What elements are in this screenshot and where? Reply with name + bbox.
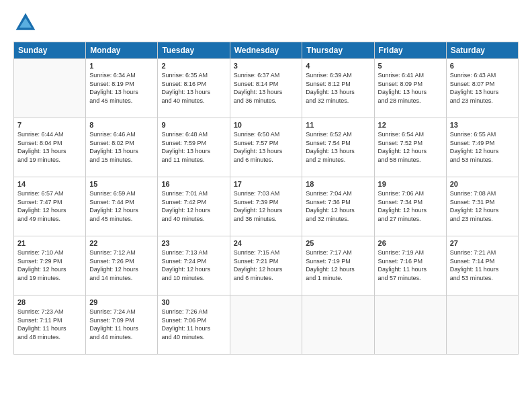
calendar-cell bbox=[302, 295, 374, 355]
day-info: Sunrise: 6:39 AM Sunset: 8:12 PM Dayligh… bbox=[306, 71, 370, 105]
day-number: 6 bbox=[450, 62, 515, 70]
day-info: Sunrise: 7:13 AM Sunset: 7:24 PM Dayligh… bbox=[161, 248, 226, 282]
calendar-cell: 1Sunrise: 6:34 AM Sunset: 8:19 PM Daylig… bbox=[86, 59, 158, 118]
day-info: Sunrise: 6:50 AM Sunset: 7:57 PM Dayligh… bbox=[234, 130, 299, 164]
day-number: 25 bbox=[306, 239, 370, 247]
column-header-monday: Monday bbox=[86, 42, 158, 59]
day-number: 10 bbox=[234, 121, 299, 129]
day-info: Sunrise: 6:59 AM Sunset: 7:44 PM Dayligh… bbox=[89, 189, 154, 223]
day-number: 8 bbox=[89, 121, 154, 129]
calendar-cell: 23Sunrise: 7:13 AM Sunset: 7:24 PM Dayli… bbox=[158, 236, 230, 295]
calendar-cell bbox=[14, 59, 86, 118]
day-info: Sunrise: 6:34 AM Sunset: 8:19 PM Dayligh… bbox=[89, 71, 154, 105]
day-number: 19 bbox=[378, 180, 443, 188]
calendar-week-1: 1Sunrise: 6:34 AM Sunset: 8:19 PM Daylig… bbox=[14, 59, 519, 118]
day-number: 15 bbox=[89, 180, 154, 188]
day-info: Sunrise: 6:41 AM Sunset: 8:09 PM Dayligh… bbox=[378, 71, 443, 105]
column-header-tuesday: Tuesday bbox=[158, 42, 230, 59]
calendar-cell: 13Sunrise: 6:55 AM Sunset: 7:49 PM Dayli… bbox=[446, 118, 518, 177]
day-number: 9 bbox=[161, 121, 226, 129]
column-header-sunday: Sunday bbox=[14, 42, 86, 59]
day-info: Sunrise: 7:08 AM Sunset: 7:31 PM Dayligh… bbox=[450, 189, 515, 223]
calendar-cell: 2Sunrise: 6:35 AM Sunset: 8:16 PM Daylig… bbox=[158, 59, 230, 118]
column-header-friday: Friday bbox=[374, 42, 446, 59]
header bbox=[13, 11, 519, 35]
calendar-cell: 5Sunrise: 6:41 AM Sunset: 8:09 PM Daylig… bbox=[374, 59, 446, 118]
day-number: 24 bbox=[234, 239, 299, 247]
day-info: Sunrise: 7:10 AM Sunset: 7:29 PM Dayligh… bbox=[17, 248, 82, 282]
day-info: Sunrise: 7:24 AM Sunset: 7:09 PM Dayligh… bbox=[89, 308, 154, 341]
day-info: Sunrise: 6:37 AM Sunset: 8:14 PM Dayligh… bbox=[234, 71, 299, 105]
calendar-cell: 3Sunrise: 6:37 AM Sunset: 8:14 PM Daylig… bbox=[230, 59, 302, 118]
day-info: Sunrise: 7:15 AM Sunset: 7:21 PM Dayligh… bbox=[234, 248, 299, 282]
day-info: Sunrise: 6:57 AM Sunset: 7:47 PM Dayligh… bbox=[17, 189, 82, 223]
day-info: Sunrise: 7:12 AM Sunset: 7:26 PM Dayligh… bbox=[89, 248, 154, 282]
calendar-cell: 15Sunrise: 6:59 AM Sunset: 7:44 PM Dayli… bbox=[86, 177, 158, 236]
day-number: 3 bbox=[234, 62, 299, 70]
day-info: Sunrise: 6:48 AM Sunset: 7:59 PM Dayligh… bbox=[161, 130, 226, 164]
day-info: Sunrise: 7:19 AM Sunset: 7:16 PM Dayligh… bbox=[378, 248, 443, 282]
day-info: Sunrise: 7:06 AM Sunset: 7:34 PM Dayligh… bbox=[378, 189, 443, 223]
calendar-cell: 30Sunrise: 7:26 AM Sunset: 7:06 PM Dayli… bbox=[158, 295, 230, 355]
day-number: 17 bbox=[234, 180, 299, 188]
column-header-saturday: Saturday bbox=[446, 42, 518, 59]
day-number: 11 bbox=[306, 121, 370, 129]
calendar-cell: 10Sunrise: 6:50 AM Sunset: 7:57 PM Dayli… bbox=[230, 118, 302, 177]
calendar-cell: 19Sunrise: 7:06 AM Sunset: 7:34 PM Dayli… bbox=[374, 177, 446, 236]
day-info: Sunrise: 7:01 AM Sunset: 7:42 PM Dayligh… bbox=[161, 189, 226, 223]
day-info: Sunrise: 7:21 AM Sunset: 7:14 PM Dayligh… bbox=[450, 248, 515, 282]
calendar-week-2: 7Sunrise: 6:44 AM Sunset: 8:04 PM Daylig… bbox=[14, 118, 519, 177]
calendar-week-3: 14Sunrise: 6:57 AM Sunset: 7:47 PM Dayli… bbox=[14, 177, 519, 236]
day-info: Sunrise: 6:44 AM Sunset: 8:04 PM Dayligh… bbox=[17, 130, 82, 164]
day-number: 5 bbox=[378, 62, 443, 70]
day-number: 22 bbox=[89, 239, 154, 247]
day-number: 2 bbox=[161, 62, 226, 70]
calendar-cell bbox=[446, 295, 518, 355]
column-header-thursday: Thursday bbox=[302, 42, 374, 59]
calendar-cell: 20Sunrise: 7:08 AM Sunset: 7:31 PM Dayli… bbox=[446, 177, 518, 236]
logo bbox=[13, 11, 40, 35]
day-number: 1 bbox=[89, 62, 154, 70]
day-number: 20 bbox=[450, 180, 515, 188]
calendar-cell: 6Sunrise: 6:43 AM Sunset: 8:07 PM Daylig… bbox=[446, 59, 518, 118]
day-number: 21 bbox=[17, 239, 82, 247]
column-header-wednesday: Wednesday bbox=[230, 42, 302, 59]
day-number: 16 bbox=[161, 180, 226, 188]
day-number: 26 bbox=[378, 239, 443, 247]
calendar-cell: 14Sunrise: 6:57 AM Sunset: 7:47 PM Dayli… bbox=[14, 177, 86, 236]
day-info: Sunrise: 7:04 AM Sunset: 7:36 PM Dayligh… bbox=[306, 189, 370, 223]
calendar-cell bbox=[230, 295, 302, 355]
calendar-cell: 17Sunrise: 7:03 AM Sunset: 7:39 PM Dayli… bbox=[230, 177, 302, 236]
day-number: 30 bbox=[161, 298, 226, 306]
day-info: Sunrise: 7:26 AM Sunset: 7:06 PM Dayligh… bbox=[161, 308, 226, 341]
day-info: Sunrise: 6:55 AM Sunset: 7:49 PM Dayligh… bbox=[450, 130, 515, 164]
calendar-cell: 29Sunrise: 7:24 AM Sunset: 7:09 PM Dayli… bbox=[86, 295, 158, 355]
day-info: Sunrise: 6:35 AM Sunset: 8:16 PM Dayligh… bbox=[161, 71, 226, 105]
day-info: Sunrise: 7:03 AM Sunset: 7:39 PM Dayligh… bbox=[234, 189, 299, 223]
calendar-cell: 9Sunrise: 6:48 AM Sunset: 7:59 PM Daylig… bbox=[158, 118, 230, 177]
calendar-cell: 25Sunrise: 7:17 AM Sunset: 7:19 PM Dayli… bbox=[302, 236, 374, 295]
calendar-cell: 21Sunrise: 7:10 AM Sunset: 7:29 PM Dayli… bbox=[14, 236, 86, 295]
calendar-cell: 12Sunrise: 6:54 AM Sunset: 7:52 PM Dayli… bbox=[374, 118, 446, 177]
day-info: Sunrise: 6:46 AM Sunset: 8:02 PM Dayligh… bbox=[89, 130, 154, 164]
day-info: Sunrise: 7:23 AM Sunset: 7:11 PM Dayligh… bbox=[17, 308, 82, 341]
calendar-cell: 8Sunrise: 6:46 AM Sunset: 8:02 PM Daylig… bbox=[86, 118, 158, 177]
day-info: Sunrise: 6:43 AM Sunset: 8:07 PM Dayligh… bbox=[450, 71, 515, 105]
day-info: Sunrise: 6:54 AM Sunset: 7:52 PM Dayligh… bbox=[378, 130, 443, 164]
calendar-cell: 18Sunrise: 7:04 AM Sunset: 7:36 PM Dayli… bbox=[302, 177, 374, 236]
calendar-week-4: 21Sunrise: 7:10 AM Sunset: 7:29 PM Dayli… bbox=[14, 236, 519, 295]
calendar-header-row: SundayMondayTuesdayWednesdayThursdayFrid… bbox=[14, 42, 519, 59]
day-number: 14 bbox=[17, 180, 82, 188]
calendar-cell: 28Sunrise: 7:23 AM Sunset: 7:11 PM Dayli… bbox=[14, 295, 86, 355]
calendar-cell: 22Sunrise: 7:12 AM Sunset: 7:26 PM Dayli… bbox=[86, 236, 158, 295]
day-number: 4 bbox=[306, 62, 370, 70]
day-number: 28 bbox=[17, 298, 82, 306]
day-number: 12 bbox=[378, 121, 443, 129]
calendar-table: SundayMondayTuesdayWednesdayThursdayFrid… bbox=[13, 42, 519, 355]
calendar-cell: 24Sunrise: 7:15 AM Sunset: 7:21 PM Dayli… bbox=[230, 236, 302, 295]
day-number: 7 bbox=[17, 121, 82, 129]
day-number: 23 bbox=[161, 239, 226, 247]
calendar-week-5: 28Sunrise: 7:23 AM Sunset: 7:11 PM Dayli… bbox=[14, 295, 519, 355]
calendar-cell bbox=[374, 295, 446, 355]
day-info: Sunrise: 7:17 AM Sunset: 7:19 PM Dayligh… bbox=[306, 248, 370, 282]
